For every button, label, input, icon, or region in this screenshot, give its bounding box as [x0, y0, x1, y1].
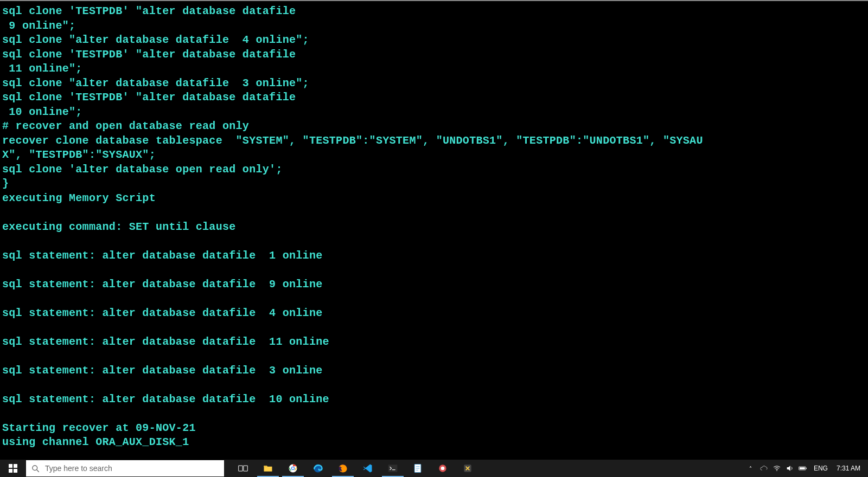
taskbar-app-notepad[interactable] [405, 460, 430, 477]
taskbar-app-firefox[interactable] [330, 460, 355, 477]
terminal-line [2, 407, 866, 421]
tray-clock[interactable]: 7:31 AM [834, 465, 865, 472]
svg-rect-4 [264, 466, 267, 467]
svg-rect-10 [388, 465, 398, 472]
taskbar-app-generic-2[interactable] [455, 460, 480, 477]
tray-language[interactable]: ENG [812, 465, 830, 472]
search-icon [31, 465, 40, 473]
folder-icon [263, 463, 273, 474]
battery-icon [799, 464, 807, 473]
terminal-line: executing Memory Script [2, 191, 866, 206]
svg-point-0 [33, 465, 37, 470]
terminal-line: Starting recover at 09-NOV-21 [2, 421, 866, 436]
app-icon [437, 463, 448, 474]
edge-icon [312, 463, 323, 474]
tray-onedrive[interactable] [760, 464, 768, 473]
vscode-icon [362, 463, 373, 474]
cloud-icon [760, 464, 768, 473]
taskbar-app-terminal[interactable] [380, 460, 405, 477]
windows-taskbar: Type here to search [0, 460, 868, 477]
svg-rect-21 [800, 467, 805, 469]
svg-point-16 [441, 467, 445, 470]
terminal-line: sql statement: alter database datafile 1… [2, 392, 866, 407]
taskbar-app-edge[interactable] [305, 460, 330, 477]
system-tray: ˄ ENG 7:31 AM [746, 460, 868, 477]
terminal-output[interactable]: sql clone 'TESTPDB' "alter database data… [0, 0, 868, 460]
terminal-line: sql statement: alter database datafile 3… [2, 364, 866, 378]
task-view-button[interactable] [231, 460, 256, 477]
taskbar-apps [231, 460, 480, 477]
wifi-icon [773, 464, 781, 473]
terminal-line: sql statement: alter database datafile 4… [2, 306, 866, 321]
terminal-line: sql clone 'TESTPDB' "alter database data… [2, 91, 866, 105]
svg-line-1 [36, 469, 39, 472]
terminal-line: sql clone 'TESTPDB' "alter database data… [2, 48, 866, 62]
terminal-line [2, 205, 866, 220]
windows-logo-icon [9, 464, 17, 473]
notepad-icon [412, 463, 423, 474]
terminal-line: sql clone "alter database datafile 3 onl… [2, 76, 866, 91]
svg-point-18 [776, 470, 777, 471]
terminal-line: sql clone 'alter database open read only… [2, 163, 866, 177]
tray-volume[interactable] [786, 464, 794, 473]
svg-rect-3 [244, 466, 248, 471]
terminal-line: sql statement: alter database datafile 1… [2, 335, 866, 350]
terminal-line: 11 online"; [2, 62, 866, 76]
terminal-line [2, 292, 866, 306]
taskbar-app-file-explorer[interactable] [256, 460, 280, 477]
terminal-line: X", "TESTPDB":"SYSAUX"; [2, 148, 866, 163]
terminal-line: # recover and open database read only [2, 119, 866, 134]
terminal-line: sql statement: alter database datafile 1… [2, 249, 866, 263]
terminal-line: executing command: SET until clause [2, 220, 866, 235]
chrome-icon [288, 463, 298, 474]
app-icon [462, 463, 473, 474]
terminal-line [2, 378, 866, 392]
terminal-line [2, 349, 866, 364]
terminal-line: 10 online"; [2, 105, 866, 120]
terminal-line: recover clone database tablespace "SYSTE… [2, 134, 866, 149]
svg-rect-20 [806, 468, 806, 469]
speaker-icon [786, 464, 794, 473]
tray-network[interactable] [773, 464, 781, 473]
terminal-line [2, 263, 866, 278]
taskbar-search[interactable]: Type here to search [26, 460, 224, 476]
firefox-icon [337, 463, 348, 474]
terminal-line: sql statement: alter database datafile 9… [2, 278, 866, 292]
terminal-line: } [2, 177, 866, 191]
tray-battery[interactable] [799, 464, 807, 473]
task-view-icon [238, 463, 248, 474]
terminal-icon [387, 463, 398, 474]
svg-rect-2 [239, 466, 243, 471]
terminal-line: 9 online"; [2, 19, 866, 34]
start-button[interactable] [0, 460, 26, 477]
search-placeholder: Type here to search [45, 464, 112, 473]
terminal-line [2, 320, 866, 335]
terminal-line: sql clone 'TESTPDB' "alter database data… [2, 4, 866, 19]
tray-overflow-chevron[interactable]: ˄ [746, 464, 755, 473]
taskbar-app-vscode[interactable] [355, 460, 380, 477]
taskbar-app-chrome[interactable] [280, 460, 305, 477]
terminal-line [2, 234, 866, 249]
svg-point-7 [292, 467, 294, 469]
taskbar-app-generic-1[interactable] [430, 460, 455, 477]
chevron-up-icon: ˄ [749, 466, 752, 472]
terminal-line: sql clone "alter database datafile 4 onl… [2, 33, 866, 48]
terminal-line: using channel ORA_AUX_DISK_1 [2, 435, 866, 450]
